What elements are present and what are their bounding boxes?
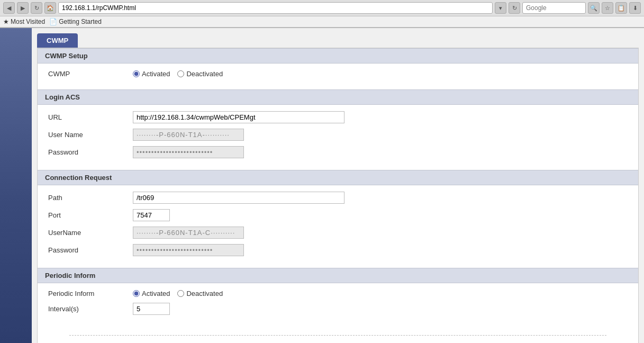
sidebar	[0, 28, 32, 343]
acs-password-control	[133, 146, 244, 158]
cr-username-label: UserName	[48, 229, 133, 237]
periodic-inform-header: Periodic Inform	[38, 268, 638, 283]
acs-password-row: Password	[48, 146, 628, 158]
cr-username-input[interactable]	[133, 227, 244, 239]
address-bar[interactable]	[58, 2, 493, 14]
cwmp-activated-label: Activated	[142, 70, 170, 78]
periodic-deactivated-label: Deactivated	[186, 290, 223, 297]
bookmark-getting-started[interactable]: 📄 Getting Started	[49, 18, 102, 25]
cr-password-label: Password	[48, 246, 133, 254]
periodic-deactivated-option[interactable]: Deactivated	[177, 290, 223, 297]
url-input[interactable]	[133, 111, 344, 123]
cwmp-setup-form: CWMP Activated Deactivated	[38, 64, 638, 89]
forward-button[interactable]: ▶	[17, 2, 29, 14]
periodic-activated-label: Activated	[142, 290, 170, 297]
periodic-activated-option[interactable]: Activated	[133, 290, 170, 297]
acs-password-label: Password	[48, 148, 133, 156]
port-control	[133, 209, 170, 221]
port-label: Port	[48, 211, 133, 219]
path-label: Path	[48, 194, 133, 202]
periodic-inform-label: Periodic Inform	[48, 290, 133, 297]
acs-username-input[interactable]	[133, 129, 244, 141]
reload-button[interactable]: ↻	[31, 2, 42, 14]
periodic-activated-radio[interactable]	[133, 290, 140, 297]
port-input[interactable]	[133, 209, 170, 221]
search-input[interactable]	[522, 2, 586, 14]
home-button[interactable]: 🏠	[44, 2, 56, 14]
section-divider	[69, 335, 606, 336]
login-acs-header: Login ACS	[38, 89, 638, 105]
path-row: Path	[48, 192, 628, 204]
port-row: Port	[48, 209, 628, 221]
cr-username-control	[133, 227, 244, 239]
bookmarks-bar: ★ Most Visited 📄 Getting Started	[0, 16, 644, 28]
cwmp-radio-group: Activated Deactivated	[133, 70, 223, 78]
bookmark-most-visited[interactable]: ★ Most Visited	[3, 18, 45, 25]
download-icon[interactable]: ⬇	[629, 2, 641, 14]
bookmark-manage-icon[interactable]: 📋	[615, 2, 627, 14]
tab-cwmp[interactable]: CWMP	[37, 33, 78, 48]
interval-row: Interval(s)	[48, 303, 628, 315]
browser-toolbar: ◀ ▶ ↻ 🏠 ▾ ↻ 🔍 ☆ 📋 ⬇	[0, 0, 644, 16]
acs-password-input[interactable]	[133, 146, 244, 158]
interval-control	[133, 303, 170, 315]
page-icon: 📄	[49, 18, 57, 25]
tab-bar: CWMP	[37, 33, 639, 48]
page-wrapper: CWMP CWMP Setup CWMP Activated Deact	[0, 28, 644, 343]
cr-password-row: Password	[48, 244, 628, 256]
interval-label: Interval(s)	[48, 305, 133, 313]
bookmark-star-icon[interactable]: ☆	[602, 2, 613, 14]
connection-request-header: Connection Request	[38, 170, 638, 185]
dropdown-icon[interactable]: ▾	[495, 2, 506, 14]
cwmp-deactivated-radio[interactable]	[177, 70, 184, 77]
cr-password-control	[133, 244, 244, 256]
cr-username-row: UserName	[48, 227, 628, 239]
refresh-icon[interactable]: ↻	[509, 2, 520, 14]
url-label: URL	[48, 113, 133, 121]
periodic-inform-form: Periodic Inform Activated Deactivated In	[38, 283, 638, 327]
acs-username-label: User Name	[48, 131, 133, 139]
path-control	[133, 192, 344, 204]
url-control	[133, 111, 344, 123]
cwmp-row: CWMP Activated Deactivated	[48, 70, 628, 78]
bookmark-icon: ★	[3, 18, 9, 25]
search-icon[interactable]: 🔍	[588, 2, 600, 14]
connection-request-form: Path Port UserName	[38, 185, 638, 268]
acs-username-control	[133, 129, 244, 141]
cwmp-label: CWMP	[48, 70, 133, 78]
cr-password-input[interactable]	[133, 244, 244, 256]
cwmp-activated-radio[interactable]	[133, 70, 140, 77]
content-area: CWMP Setup CWMP Activated Deactivated	[37, 48, 639, 343]
path-input[interactable]	[133, 192, 344, 204]
login-acs-form: URL User Name Password	[38, 105, 638, 170]
main-content: CWMP CWMP Setup CWMP Activated Deact	[32, 28, 644, 343]
periodic-deactivated-radio[interactable]	[177, 290, 184, 297]
periodic-inform-radio-group: Activated Deactivated	[133, 290, 223, 297]
cwmp-activated-option[interactable]: Activated	[133, 70, 170, 78]
periodic-inform-row: Periodic Inform Activated Deactivated	[48, 290, 628, 297]
acs-username-row: User Name	[48, 129, 628, 141]
interval-input[interactable]	[133, 303, 170, 315]
browser-chrome: ◀ ▶ ↻ 🏠 ▾ ↻ 🔍 ☆ 📋 ⬇ ★ Most Visited 📄 Get…	[0, 0, 644, 28]
cwmp-deactivated-option[interactable]: Deactivated	[177, 70, 223, 78]
cwmp-setup-header: CWMP Setup	[38, 48, 638, 64]
back-button[interactable]: ◀	[3, 2, 15, 14]
cwmp-deactivated-label: Deactivated	[186, 70, 223, 78]
url-row: URL	[48, 111, 628, 123]
